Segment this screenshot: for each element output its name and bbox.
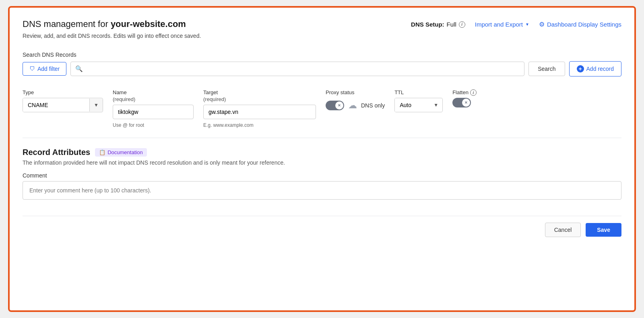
target-hint: E.g. www.example.com <box>203 122 316 128</box>
search-section: Search DNS Records ⛉ Add filter 🔍 Search… <box>23 52 621 76</box>
record-attributes-title: Record Attributes <box>23 148 90 157</box>
flatten-info-icon[interactable]: i <box>470 89 477 96</box>
bottom-divider <box>23 216 621 216</box>
cancel-button[interactable]: Cancel <box>545 223 581 237</box>
cloud-icon: ☁ <box>348 100 357 111</box>
name-required-note: (required) <box>113 96 194 103</box>
dashboard-settings-label: Dashboard Display Settings <box>547 21 621 28</box>
toggle-x-icon: ✕ <box>338 103 341 107</box>
target-required-note: (required) <box>203 96 316 103</box>
add-filter-label: Add filter <box>37 66 60 72</box>
filter-icon: ⛉ <box>29 66 35 72</box>
proxy-status-label: Proxy status <box>326 89 385 96</box>
documentation-label: Documentation <box>107 149 142 155</box>
page-title: DNS management for your-website.com <box>23 19 201 29</box>
dns-setup: DNS Setup: Full i <box>411 21 465 28</box>
ttl-field-group: TTL Auto 1 min 2 min 5 min 10 min 1 hr 1… <box>394 89 443 112</box>
page-description: Review, add, and edit DNS records. Edits… <box>23 32 201 40</box>
flatten-label: Flatten <box>452 89 469 96</box>
proxy-status-text: DNS only <box>361 102 385 109</box>
save-button[interactable]: Save <box>586 223 621 237</box>
record-form: Type CNAME A AAAA MX TXT NS ▼ Name (requ… <box>23 89 621 138</box>
name-label: Name (required) <box>113 89 194 103</box>
dashboard-settings-button[interactable]: ⚙ Dashboard Display Settings <box>539 21 621 28</box>
gear-icon: ⚙ <box>539 21 545 28</box>
header: DNS management for your-website.com Revi… <box>23 19 621 40</box>
flatten-label-row: Flatten i <box>452 89 477 96</box>
target-field-group: Target (required) E.g. www.example.com <box>203 89 316 128</box>
doc-icon: 📋 <box>99 149 105 155</box>
add-record-button[interactable]: + Add record <box>569 61 621 76</box>
name-input[interactable] <box>113 105 194 119</box>
search-input[interactable] <box>70 62 524 76</box>
documentation-badge[interactable]: 📋 Documentation <box>95 148 147 157</box>
flatten-toggle[interactable]: ✕ <box>452 98 471 107</box>
type-dropdown-arrow-icon[interactable]: ▼ <box>89 99 103 112</box>
name-field-group: Name (required) Use @ for root <box>113 89 194 128</box>
search-row: ⛉ Add filter 🔍 Search + Add record <box>23 61 621 76</box>
name-hint: Use @ for root <box>113 122 194 128</box>
dns-setup-label: DNS Setup: <box>411 21 444 28</box>
header-right: DNS Setup: Full i Import and Export ▼ ⚙ … <box>411 21 621 28</box>
flatten-field-group: Flatten i ✕ <box>452 89 477 107</box>
flatten-toggle-knob: ✕ <box>462 99 470 107</box>
target-label: Target (required) <box>203 89 316 103</box>
record-attributes-description: The information provided here will not i… <box>23 159 621 166</box>
proxy-status-group: Proxy status ✕ ☁ DNS only <box>326 89 385 111</box>
import-export-button[interactable]: Import and Export ▼ <box>475 21 529 28</box>
record-attributes-header: Record Attributes 📋 Documentation <box>23 148 621 157</box>
import-export-label: Import and Export <box>475 21 523 28</box>
ttl-label: TTL <box>394 89 443 96</box>
comment-label: Comment <box>23 172 621 179</box>
type-select-wrapper: CNAME A AAAA MX TXT NS ▼ <box>23 98 103 112</box>
dns-setup-info-icon[interactable]: i <box>459 21 465 28</box>
target-input[interactable] <box>203 105 316 119</box>
add-record-label: Add record <box>586 66 614 72</box>
flatten-toggle-x-icon: ✕ <box>464 101 468 105</box>
plus-icon: + <box>577 65 584 72</box>
ttl-dropdown-arrow-icon[interactable]: ▼ <box>429 99 442 112</box>
dns-setup-value: Full <box>447 21 456 28</box>
type-field-group: Type CNAME A AAAA MX TXT NS ▼ <box>23 89 103 112</box>
page-container: DNS management for your-website.com Revi… <box>8 6 636 312</box>
search-mag-icon: 🔍 <box>75 65 83 72</box>
type-label: Type <box>23 89 103 96</box>
chevron-down-icon: ▼ <box>525 22 529 27</box>
header-left: DNS management for your-website.com Revi… <box>23 19 201 40</box>
actions-row: Cancel Save <box>23 223 621 237</box>
search-button[interactable]: Search <box>528 62 565 76</box>
toggle-knob: ✕ <box>335 101 343 109</box>
search-input-wrapper: 🔍 <box>70 62 524 76</box>
proxy-toggle[interactable]: ✕ <box>326 101 344 110</box>
domain-name: your-website.com <box>111 19 186 29</box>
record-attributes-section: Record Attributes 📋 Documentation The in… <box>23 148 621 200</box>
search-label: Search DNS Records <box>23 52 621 58</box>
comment-input[interactable] <box>23 181 621 200</box>
ttl-select[interactable]: Auto 1 min 2 min 5 min 10 min 1 hr 1 day <box>395 98 429 112</box>
proxy-status-content: ✕ ☁ DNS only <box>326 100 385 111</box>
add-filter-button[interactable]: ⛉ Add filter <box>23 62 66 76</box>
type-select[interactable]: CNAME A AAAA MX TXT NS <box>23 98 89 112</box>
ttl-select-wrapper: Auto 1 min 2 min 5 min 10 min 1 hr 1 day… <box>394 98 443 112</box>
